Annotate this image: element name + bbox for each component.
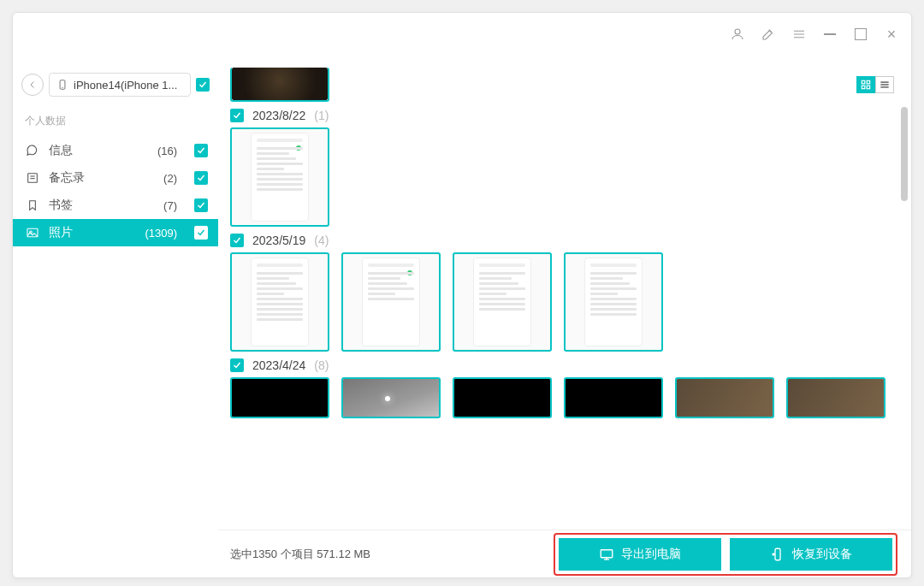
sidebar-item-photos[interactable]: 照片 (1309) — [13, 219, 218, 246]
photo-thumbnail[interactable] — [675, 377, 774, 418]
nav-checkbox[interactable] — [194, 226, 208, 240]
group-date: 2023/5/19 — [252, 234, 305, 247]
device-name: iPhone14(iPhone 1... — [74, 79, 177, 92]
svg-rect-3 — [28, 174, 38, 183]
photos-icon — [25, 225, 40, 240]
notes-icon — [25, 170, 40, 186]
group-checkbox[interactable] — [230, 234, 244, 247]
nav-label: 信息 — [49, 143, 149, 158]
nav-label: 备忘录 — [49, 170, 155, 186]
svg-rect-15 — [601, 549, 613, 557]
minimize-button[interactable] — [820, 25, 839, 44]
scrollbar[interactable] — [901, 56, 908, 577]
svg-rect-10 — [862, 86, 865, 89]
svg-rect-11 — [867, 86, 870, 89]
photo-thumbnail[interactable] — [453, 252, 552, 352]
nav-label: 书签 — [49, 198, 155, 213]
device-checkbox[interactable] — [196, 78, 210, 92]
nav-count: (2) — [163, 172, 177, 185]
section-label: 个人数据 — [13, 109, 218, 137]
group-date: 2023/4/24 — [252, 358, 305, 372]
group-date: 2023/8/22 — [252, 109, 305, 122]
svg-rect-9 — [867, 80, 870, 84]
nav-count: (1309) — [145, 227, 177, 240]
svg-rect-18 — [775, 548, 780, 560]
group-count: (1) — [314, 109, 329, 122]
photo-thumbnail[interactable] — [453, 377, 552, 418]
group-checkbox[interactable] — [230, 358, 244, 372]
group-count: (8) — [314, 358, 329, 372]
nav-checkbox[interactable] — [194, 171, 208, 185]
account-icon[interactable] — [728, 25, 747, 44]
sidebar-item-notes[interactable]: 备忘录 (2) — [13, 164, 218, 192]
photo-thumbnail[interactable] — [786, 377, 886, 418]
footer: 选中1350 个项目 571.12 MB 导出到电脑 恢复到设备 — [218, 530, 911, 577]
date-group-header[interactable]: 2023/5/19 (4) — [230, 234, 894, 247]
nav-count: (16) — [157, 145, 177, 157]
selection-status: 选中1350 个项目 571.12 MB — [228, 547, 543, 562]
scrollbar-thumb[interactable] — [901, 107, 908, 201]
photo-thumbnail[interactable] — [230, 68, 329, 102]
date-group-header[interactable]: 2023/8/22 (1) — [230, 109, 894, 122]
list-view-button[interactable] — [875, 76, 894, 93]
menu-icon[interactable] — [790, 25, 808, 44]
titlebar: × — [13, 13, 911, 56]
restore-to-device-button[interactable]: 恢复到设备 — [730, 538, 892, 571]
photo-thumbnail[interactable] — [230, 127, 329, 227]
nav-count: (7) — [163, 199, 177, 212]
message-icon — [25, 143, 40, 158]
svg-point-0 — [735, 29, 740, 34]
sidebar: iPhone14(iPhone 1... 个人数据 信息 (16) 备忘录 (2… — [13, 56, 218, 577]
nav-label: 照片 — [49, 225, 136, 240]
device-selector[interactable]: iPhone14(iPhone 1... — [49, 73, 191, 97]
grid-view-button[interactable] — [856, 76, 875, 93]
photo-thumbnail[interactable] — [564, 377, 663, 418]
main-panel: 2023/8/22 (1) 2023/5/19 (4) — [218, 56, 911, 577]
action-highlight: 导出到电脑 恢复到设备 — [554, 533, 897, 576]
sidebar-item-messages[interactable]: 信息 (16) — [13, 137, 218, 164]
maximize-button[interactable] — [851, 25, 870, 44]
photo-grid[interactable]: 2023/8/22 (1) 2023/5/19 (4) — [218, 56, 911, 530]
back-button[interactable] — [21, 74, 44, 96]
group-count: (4) — [314, 234, 329, 247]
close-button[interactable]: × — [882, 25, 901, 44]
edit-icon[interactable] — [759, 25, 778, 44]
photo-thumbnail[interactable] — [341, 252, 441, 352]
photo-thumbnail[interactable] — [341, 377, 441, 418]
svg-rect-8 — [862, 80, 865, 84]
export-to-computer-button[interactable]: 导出到电脑 — [559, 538, 721, 571]
bookmark-icon — [25, 198, 40, 213]
date-group-header[interactable]: 2023/4/24 (8) — [230, 358, 894, 372]
export-label: 导出到电脑 — [621, 547, 681, 562]
restore-label: 恢复到设备 — [792, 547, 852, 562]
sidebar-item-bookmarks[interactable]: 书签 (7) — [13, 192, 218, 219]
photo-thumbnail[interactable] — [230, 252, 329, 352]
photo-thumbnail[interactable] — [230, 377, 329, 418]
nav-checkbox[interactable] — [194, 198, 208, 212]
app-window: × iPhone14(iPhone 1... 个人数据 信息 (16) — [12, 12, 912, 578]
nav-checkbox[interactable] — [194, 144, 208, 157]
photo-thumbnail[interactable] — [564, 252, 663, 352]
group-checkbox[interactable] — [230, 109, 244, 122]
